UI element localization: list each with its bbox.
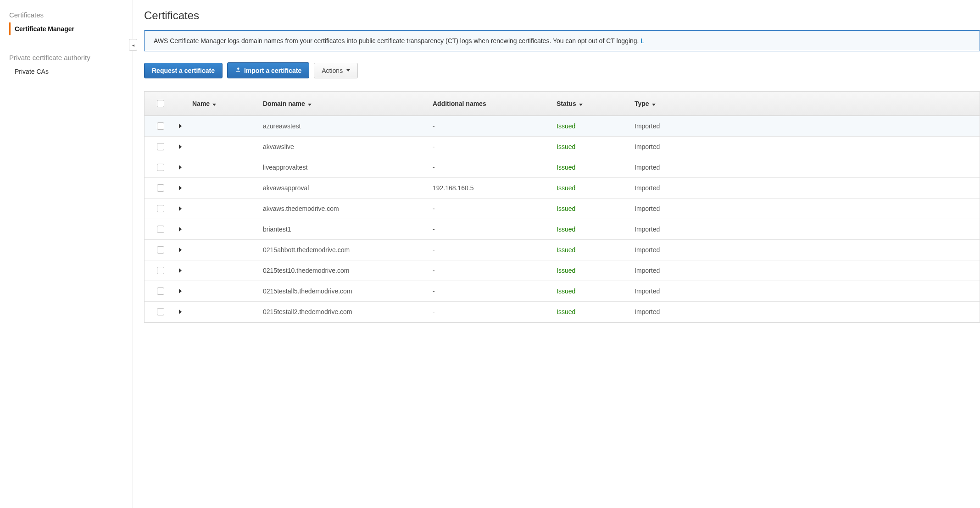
row-expand-toggle[interactable] — [171, 268, 189, 273]
row-expand-toggle[interactable] — [171, 206, 189, 211]
caret-right-icon — [179, 186, 182, 190]
checkbox-icon — [157, 184, 164, 192]
chevron-down-icon — [346, 69, 350, 72]
row-expand-toggle[interactable] — [171, 165, 189, 170]
caret-right-icon — [179, 248, 182, 252]
checkbox-icon — [157, 287, 164, 295]
cell-type: Imported — [635, 287, 974, 295]
header-name[interactable]: Name — [189, 100, 263, 107]
cell-type: Imported — [635, 184, 974, 192]
row-checkbox[interactable] — [150, 267, 171, 274]
cell-type: Imported — [635, 267, 974, 274]
cell-additional: - — [433, 226, 557, 233]
table-row[interactable]: 0215test10.thedemodrive.com-IssuedImport… — [145, 260, 980, 281]
cell-domain: 0215test10.thedemodrive.com — [263, 267, 433, 274]
caret-right-icon — [179, 227, 182, 232]
table-row[interactable]: 0215abbott.thedemodrive.com-IssuedImport… — [145, 240, 980, 260]
checkbox-icon — [157, 164, 164, 171]
row-expand-toggle[interactable] — [171, 186, 189, 190]
row-expand-toggle[interactable] — [171, 248, 189, 252]
cell-domain: briantest1 — [263, 226, 433, 233]
row-checkbox[interactable] — [150, 246, 171, 254]
header-status[interactable]: Status — [557, 100, 635, 107]
cell-domain: liveapprovaltest — [263, 164, 433, 171]
button-label: Import a certificate — [244, 67, 301, 74]
header-type[interactable]: Type — [635, 100, 974, 107]
banner-learn-more-link[interactable]: L — [640, 37, 644, 44]
row-expand-toggle[interactable] — [171, 289, 189, 293]
row-checkbox[interactable] — [150, 143, 171, 150]
row-checkbox[interactable] — [150, 122, 171, 130]
header-select-all[interactable] — [150, 100, 171, 107]
ct-logging-banner: AWS Certificate Manager logs domain name… — [144, 30, 980, 51]
caret-right-icon — [179, 309, 182, 314]
cell-additional: - — [433, 287, 557, 295]
cell-type: Imported — [635, 143, 974, 150]
cell-type: Imported — [635, 122, 974, 130]
sidebar-header-certificates: Certificates — [9, 11, 123, 19]
sidebar-item-certificate-manager[interactable]: Certificate Manager — [9, 22, 123, 35]
caret-right-icon — [179, 124, 182, 128]
cell-status: Issued — [557, 308, 635, 315]
table-row[interactable]: akvaws.thedemodrive.com-IssuedImported — [145, 199, 980, 219]
cell-additional: - — [433, 246, 557, 254]
sort-caret-icon — [579, 104, 583, 106]
cell-domain: azureawstest — [263, 122, 433, 130]
cell-status: Issued — [557, 205, 635, 212]
header-domain[interactable]: Domain name — [263, 100, 433, 107]
actions-dropdown-button[interactable]: Actions — [314, 63, 358, 78]
checkbox-icon — [157, 143, 164, 150]
button-label: Actions — [322, 67, 343, 74]
row-checkbox[interactable] — [150, 205, 171, 212]
table-row[interactable]: azureawstest-IssuedImported — [145, 116, 980, 137]
checkbox-icon — [157, 205, 164, 212]
sidebar-collapse-handle[interactable]: ◂ — [129, 39, 137, 51]
checkbox-icon — [157, 308, 164, 315]
cell-additional: - — [433, 205, 557, 212]
table-row[interactable]: briantest1-IssuedImported — [145, 219, 980, 240]
cell-domain: akvawslive — [263, 143, 433, 150]
button-label: Request a certificate — [152, 67, 215, 74]
sidebar-header-pca: Private certificate authority — [9, 54, 123, 61]
sort-caret-icon — [308, 104, 312, 106]
import-certificate-button[interactable]: Import a certificate — [227, 62, 309, 78]
row-expand-toggle[interactable] — [171, 124, 189, 128]
cell-type: Imported — [635, 205, 974, 212]
sidebar-section-pca: Private certificate authority Private CA… — [9, 54, 123, 78]
table-row[interactable]: 0215testall5.thedemodrive.com-IssuedImpo… — [145, 281, 980, 302]
row-expand-toggle[interactable] — [171, 144, 189, 149]
row-checkbox[interactable] — [150, 308, 171, 315]
cell-type: Imported — [635, 226, 974, 233]
cell-additional: - — [433, 308, 557, 315]
table-row[interactable]: akvawsapproval192.168.160.5IssuedImporte… — [145, 178, 980, 199]
table-row[interactable]: liveapprovaltest-IssuedImported — [145, 157, 980, 178]
checkbox-icon — [157, 122, 164, 130]
row-checkbox[interactable] — [150, 164, 171, 171]
main-content: Certificates AWS Certificate Manager log… — [133, 0, 980, 508]
table-header-row: Name Domain name Additional names Status… — [145, 91, 980, 116]
row-checkbox[interactable] — [150, 226, 171, 233]
row-expand-toggle[interactable] — [171, 227, 189, 232]
cell-domain: 0215testall2.thedemodrive.com — [263, 308, 433, 315]
sidebar-item-private-cas[interactable]: Private CAs — [9, 65, 123, 78]
row-checkbox[interactable] — [150, 287, 171, 295]
upload-icon — [235, 66, 241, 74]
banner-text: AWS Certificate Manager logs domain name… — [154, 37, 640, 44]
cell-domain: 0215abbott.thedemodrive.com — [263, 246, 433, 254]
request-certificate-button[interactable]: Request a certificate — [144, 63, 223, 78]
checkbox-icon — [157, 267, 164, 274]
row-expand-toggle[interactable] — [171, 309, 189, 314]
table-row[interactable]: akvawslive-IssuedImported — [145, 137, 980, 157]
table-row[interactable]: 0215testall2.thedemodrive.com-IssuedImpo… — [145, 302, 980, 322]
page-title: Certificates — [144, 9, 980, 22]
row-checkbox[interactable] — [150, 184, 171, 192]
cell-status: Issued — [557, 267, 635, 274]
cell-additional: - — [433, 267, 557, 274]
cell-domain: akvawsapproval — [263, 184, 433, 192]
cell-status: Issued — [557, 246, 635, 254]
sidebar: Certificates Certificate Manager Private… — [0, 0, 133, 508]
cell-status: Issued — [557, 226, 635, 233]
cell-type: Imported — [635, 164, 974, 171]
caret-right-icon — [179, 268, 182, 273]
cell-status: Issued — [557, 143, 635, 150]
